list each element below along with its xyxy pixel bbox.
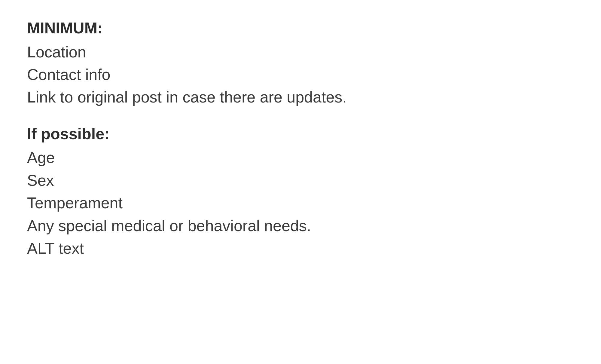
if-possible-heading: If possible: xyxy=(27,124,347,144)
minimum-heading: MINIMUM: xyxy=(27,18,347,38)
if-possible-item-alt-text: ALT text xyxy=(27,237,347,260)
if-possible-section: If possible: Age Sex Temperament Any spe… xyxy=(27,124,347,260)
if-possible-item-sex: Sex xyxy=(27,169,347,192)
if-possible-item-age: Age xyxy=(27,146,347,169)
minimum-section: MINIMUM: Location Contact info Link to o… xyxy=(27,18,347,109)
minimum-item-contact: Contact info xyxy=(27,63,347,86)
minimum-item-location: Location xyxy=(27,41,347,63)
if-possible-item-temperament: Temperament xyxy=(27,192,347,214)
main-content: MINIMUM: Location Contact info Link to o… xyxy=(0,0,374,293)
if-possible-item-medical: Any special medical or behavioral needs. xyxy=(27,215,347,237)
minimum-item-link: Link to original post in case there are … xyxy=(27,86,347,109)
